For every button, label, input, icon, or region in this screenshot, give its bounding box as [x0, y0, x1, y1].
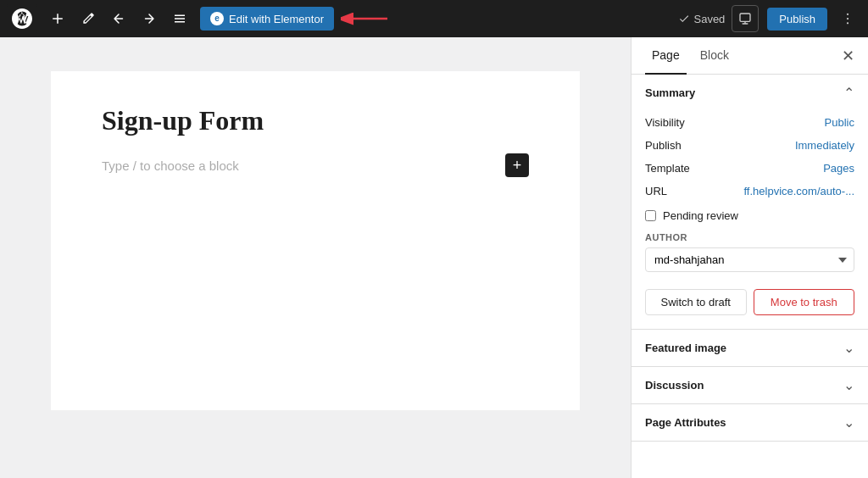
toolbar: e Edit with Elementor Saved [0, 0, 868, 37]
pending-review-label[interactable]: Pending review [663, 209, 738, 222]
page-attributes-collapse-icon: ⌄ [843, 414, 854, 431]
template-label: Template [645, 162, 690, 175]
discussion-title: Discussion [645, 379, 704, 392]
publish-label: Publish [779, 13, 815, 25]
publish-value[interactable]: Immediately [795, 139, 854, 152]
url-label: URL [645, 185, 667, 197]
discussion-section: Discussion ⌄ [632, 367, 868, 404]
editor-area: Sign-up Form Type / to choose a block + [0, 37, 631, 478]
featured-image-section: Featured image ⌄ [632, 330, 868, 367]
edit-button[interactable] [75, 5, 102, 32]
summary-section-header[interactable]: Summary ⌃ [632, 75, 868, 111]
tab-block[interactable]: Block [693, 37, 736, 75]
discussion-collapse-icon: ⌄ [843, 377, 854, 393]
sidebar-close-button[interactable]: ✕ [842, 48, 854, 64]
featured-image-collapse-icon: ⌄ [843, 340, 854, 356]
svg-point-4 [847, 18, 849, 19]
publish-button[interactable]: Publish [767, 8, 827, 31]
action-buttons: Switch to draft Move to trash [645, 282, 854, 319]
view-button[interactable] [732, 5, 759, 32]
elementor-icon: e [210, 12, 224, 25]
url-value[interactable]: ff.helpvice.com/auto-... [743, 185, 854, 197]
undo-button[interactable] [105, 5, 132, 32]
template-row: Template Pages [645, 157, 854, 180]
add-block-inline-button[interactable]: + [505, 153, 529, 177]
summary-section: Summary ⌃ Visibility Public Publish Imme… [632, 75, 868, 330]
block-placeholder-row: Type / to choose a block + [102, 153, 529, 177]
main-area: Sign-up Form Type / to choose a block + … [0, 37, 868, 478]
svg-rect-2 [740, 14, 750, 21]
visibility-row: Visibility Public [645, 111, 854, 134]
arrow-annotation [341, 8, 392, 29]
template-value[interactable]: Pages [823, 162, 854, 175]
author-section: AUTHOR md-shahjahan [645, 229, 854, 282]
tab-page[interactable]: Page [645, 37, 687, 75]
visibility-value[interactable]: Public [825, 116, 854, 129]
publish-label: Publish [645, 139, 682, 152]
svg-point-3 [847, 14, 849, 15]
list-view-button[interactable] [166, 5, 193, 32]
redo-button[interactable] [136, 5, 163, 32]
summary-collapse-icon: ⌃ [843, 85, 854, 101]
kebab-menu-button[interactable] [834, 5, 861, 32]
summary-title: Summary [645, 86, 695, 99]
page-attributes-header[interactable]: Page Attributes ⌄ [632, 404, 868, 441]
move-to-trash-button[interactable]: Move to trash [754, 289, 855, 315]
author-select[interactable]: md-shahjahan [645, 247, 854, 272]
page-attributes-title: Page Attributes [645, 416, 726, 429]
edit-elementor-label: Edit with Elementor [229, 13, 324, 25]
author-label: AUTHOR [645, 232, 854, 242]
switch-to-draft-button[interactable]: Switch to draft [645, 289, 747, 315]
editor-canvas: Sign-up Form Type / to choose a block + [51, 71, 580, 410]
block-placeholder-text: Type / to choose a block [102, 158, 239, 173]
saved-text: Saved [693, 13, 725, 25]
sidebar-header: Page Block ✕ [632, 37, 868, 75]
page-attributes-section: Page Attributes ⌄ [632, 404, 868, 442]
discussion-header[interactable]: Discussion ⌄ [632, 367, 868, 403]
edit-with-elementor-button[interactable]: e Edit with Elementor [200, 7, 334, 31]
featured-image-title: Featured image [645, 342, 726, 354]
pending-review-row: Pending review [645, 203, 854, 229]
svg-point-5 [847, 22, 849, 24]
featured-image-header[interactable]: Featured image ⌄ [632, 330, 868, 366]
add-block-toolbar-button[interactable] [44, 5, 71, 32]
url-row: URL ff.helpvice.com/auto-... [645, 180, 854, 203]
summary-content: Visibility Public Publish Immediately Te… [632, 111, 868, 329]
visibility-label: Visibility [645, 116, 685, 129]
page-title[interactable]: Sign-up Form [102, 105, 529, 136]
pending-review-checkbox[interactable] [645, 210, 656, 221]
publish-row: Publish Immediately [645, 134, 854, 157]
sidebar-body: Summary ⌃ Visibility Public Publish Imme… [632, 75, 868, 478]
saved-indicator: Saved [678, 13, 725, 25]
sidebar: Page Block ✕ Summary ⌃ Visibility [631, 37, 868, 478]
wp-logo-button[interactable] [7, 3, 37, 34]
